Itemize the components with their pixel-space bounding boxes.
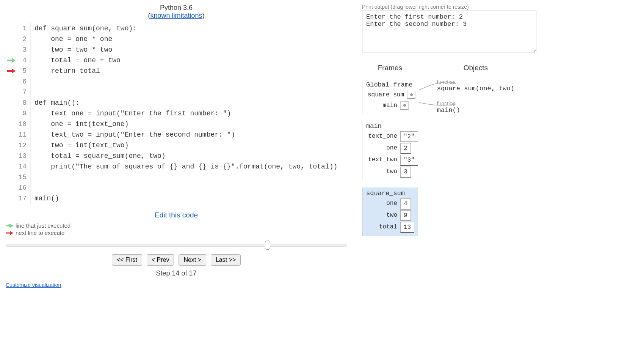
variable-value: "3" [400, 155, 418, 166]
variable-name: text_two [366, 155, 400, 166]
frame-box: Global framesquare_summain [362, 79, 418, 113]
line-number: 8 [17, 98, 31, 108]
variable-name: text_one [366, 131, 400, 142]
arrow-prev-icon [7, 58, 16, 63]
step-slider[interactable] [6, 241, 347, 250]
arrow-next-icon [7, 68, 16, 74]
variable-row: one4 [366, 198, 418, 209]
frame-title: Global frame [366, 81, 418, 88]
slider-thumb[interactable] [265, 241, 270, 250]
frame-title: square_sum [366, 190, 418, 197]
code-text: total = square_sum(one, two) [31, 151, 347, 161]
line-number: 5 [17, 66, 31, 76]
frame-box: maintext_one"2"one2text_two"3"two3 [362, 120, 418, 181]
code-line: 2 one = one * one [6, 34, 347, 44]
code-line: 16 [6, 183, 347, 193]
line-number: 15 [17, 172, 31, 183]
line-number: 14 [17, 161, 31, 172]
object-repr: main() [437, 107, 514, 114]
code-line: 5 return total [6, 66, 347, 76]
line-number: 9 [17, 108, 31, 119]
object-type-label: function [437, 101, 514, 107]
code-text [31, 183, 347, 193]
variable-name: one [366, 198, 400, 209]
variable-row: two3 [366, 167, 418, 178]
code-line: 15 [6, 172, 347, 183]
code-line: 1def square_sum(one, two): [6, 23, 347, 34]
python-version: Python 3.6 [6, 4, 347, 12]
code-line: 3 two = two * two [6, 44, 347, 55]
line-number: 4 [17, 55, 31, 66]
next-button[interactable]: Next > [179, 254, 206, 266]
code-line: 14 print("The sum of squares of {} and {… [6, 161, 347, 172]
code-text: text_one = input("Enter the first number… [31, 108, 347, 119]
line-number: 17 [17, 193, 31, 204]
last-button[interactable]: Last >> [211, 254, 241, 266]
variable-row: total13 [366, 222, 418, 233]
nav-buttons: << First < Prev Next > Last >> [6, 254, 347, 266]
line-number: 13 [17, 151, 31, 161]
frame-title: main [366, 123, 418, 130]
code-line: 9 text_one = input("Enter the first numb… [6, 108, 347, 119]
legend-prev-label: line that just executed [16, 222, 71, 229]
variable-value: 13 [400, 222, 414, 233]
code-text: print("The sum of squares of {} and {} i… [31, 161, 347, 172]
arrow-next-icon [6, 231, 13, 235]
prev-button[interactable]: < Prev [147, 254, 174, 266]
line-number: 6 [17, 76, 31, 87]
variable-value: 3 [400, 167, 411, 178]
code-line: 8def main(): [6, 98, 347, 108]
code-text: one = int(text_one) [31, 119, 347, 129]
footer-divider [142, 295, 638, 295]
variable-name: one [366, 143, 400, 154]
code-text: main() [31, 193, 347, 204]
first-button[interactable]: << First [112, 254, 142, 266]
variable-name: main [366, 101, 400, 110]
code-line: 7 [6, 87, 347, 98]
code-text: def square_sum(one, two): [31, 23, 347, 34]
customize-visualization-link[interactable]: Customize visualization [6, 282, 61, 288]
arrow-prev-icon [6, 223, 13, 228]
code-line: 6 [6, 76, 347, 87]
edit-code-link[interactable]: Edit this code [155, 211, 198, 219]
code-text: one = one * one [31, 34, 347, 44]
code-line: 17main() [6, 193, 347, 204]
code-editor: 1def square_sum(one, two):2 one = one * … [6, 23, 347, 204]
code-text: two = two * two [31, 44, 347, 55]
code-header: Python 3.6 (known limitations) [6, 4, 347, 20]
code-text: total = one + two [31, 55, 347, 66]
line-number: 1 [17, 23, 31, 34]
frame-box: square_sumone4two9total13 [362, 187, 418, 236]
variable-row: one2 [366, 143, 418, 154]
code-line: 11 text_two = input("Enter the second nu… [6, 129, 347, 140]
line-number: 12 [17, 140, 31, 151]
frames-header: Frames [362, 64, 418, 72]
code-text: def main(): [31, 98, 347, 108]
output-box[interactable]: Enter the first number: 2 Enter the seco… [362, 11, 536, 52]
variable-row: text_two"3" [366, 155, 418, 166]
code-line: 13 total = square_sum(one, two) [6, 151, 347, 161]
variable-row: main [366, 101, 418, 110]
code-line: 12 two = int(text_two) [6, 140, 347, 151]
legend: line that just executed next line to exe… [6, 222, 347, 236]
code-line: 4 total = one + two [6, 55, 347, 66]
code-text: two = int(text_two) [31, 140, 347, 151]
step-indicator: Step 14 of 17 [6, 269, 347, 277]
output-hint: Print output (drag lower right corner to… [362, 4, 544, 10]
code-line: 10 one = int(text_one) [6, 119, 347, 129]
variable-name: two [366, 167, 400, 178]
object-type-label: function [437, 79, 514, 85]
code-text: text_two = input("Enter the second numbe… [31, 129, 347, 140]
line-number: 2 [17, 34, 31, 44]
pointer-icon [407, 91, 415, 99]
code-text [31, 172, 347, 183]
code-text [31, 76, 347, 87]
variable-row: square_sum [366, 90, 418, 100]
known-limitations-link[interactable]: known limitations [150, 12, 202, 19]
code-text: return total [31, 66, 347, 76]
objects-header: Objects [437, 64, 514, 72]
variable-value: 4 [400, 198, 411, 209]
variable-value: 9 [400, 210, 411, 221]
line-number: 16 [17, 183, 31, 193]
variable-value: "2" [400, 131, 418, 142]
